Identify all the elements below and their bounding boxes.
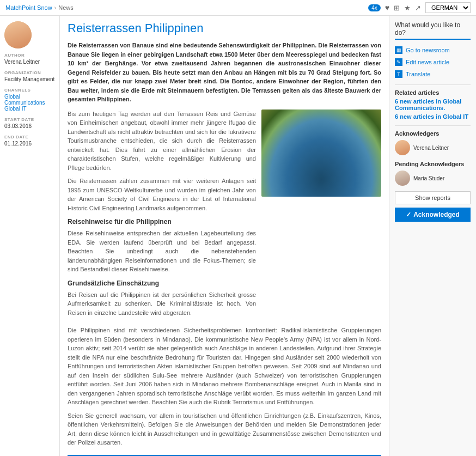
- check-icon: ✓: [406, 211, 411, 218]
- go-to-newsroom-action[interactable]: ▦ Go to newsroom: [395, 44, 471, 56]
- edit-news-action[interactable]: ✎ Edit news article: [395, 56, 471, 68]
- pending-1: Maria Studer: [395, 171, 471, 186]
- acknowledged-label: Acknowledged: [413, 211, 460, 218]
- main-layout: AUTHOR Verena Leitner ORGANIZATION Facil…: [0, 16, 476, 456]
- acknowledgers-title: Acknowledgers: [395, 130, 471, 137]
- star-icon[interactable]: ★: [404, 4, 411, 12]
- content-area: Reisterrassen Philippinen Die Reisterras…: [60, 16, 389, 456]
- article-title: Reisterrassen Philippinen: [68, 21, 381, 35]
- author-label: AUTHOR: [4, 53, 55, 58]
- acknowledger-1-avatar: [395, 140, 410, 155]
- related-count-2: 6 new articles in Global IT: [395, 113, 471, 120]
- org-label: ORGANIZATION: [4, 70, 55, 75]
- breadcrumb: MatchPoint Snow › News: [5, 4, 74, 11]
- breadcrumb-site[interactable]: MatchPoint Snow: [5, 4, 52, 11]
- article-para4: Bei Reisen auf die Philippinen ist der p…: [68, 290, 256, 318]
- acknowledgers-section: Acknowledgers Verena Leitner: [395, 130, 471, 155]
- channels-label: CHANNELS: [4, 88, 55, 93]
- article-lead: Die Reisterrassen von Banaue sind eine b…: [68, 41, 381, 104]
- article-para6: Seien Sie generell wachsam, vor allem in…: [68, 411, 381, 447]
- pending-acknowledgers-section: Pending Acknowledgers Maria Studer: [395, 161, 471, 186]
- translate-label: Translate: [406, 71, 430, 77]
- article-para3: Diese Reisehinweise entsprechen der aktu…: [68, 229, 256, 274]
- related-articles-title: Related articles: [395, 89, 471, 96]
- organization-section: ORGANIZATION Facility Management: [4, 70, 55, 82]
- rating-badge[interactable]: 4x: [368, 4, 381, 11]
- acknowledger-1: Verena Leitner: [395, 140, 471, 155]
- translate-icon: T: [395, 70, 402, 78]
- article-subtitle2: Grundsätzliche Einschätzung: [68, 278, 256, 288]
- translate-action[interactable]: T Translate: [395, 68, 471, 80]
- end-date-value: 01.12.2016: [4, 141, 55, 147]
- edit-icon: ✎: [395, 58, 402, 66]
- related-count-2-label: new articles in Global IT: [400, 113, 468, 120]
- breadcrumb-separator: ›: [54, 4, 57, 11]
- pending-1-avatar: [395, 171, 410, 186]
- end-date-section: END DATE 01.12.2016: [4, 135, 55, 147]
- grid-icon[interactable]: ⊞: [394, 4, 400, 12]
- pending-acknowledgers-title: Pending Acknowledgers: [395, 161, 471, 167]
- pending-1-name: Maria Studer: [413, 175, 444, 181]
- article-image: [261, 110, 381, 197]
- article-image-inner: [261, 110, 381, 197]
- article-subtitle1: Reisehinweise für die Philippinen: [68, 217, 256, 227]
- right-sidebar: What would you like to do? ▦ Go to newsr…: [389, 16, 476, 456]
- article-body-block: Bis zum heutigen Tag werden auf den Terr…: [68, 110, 381, 322]
- start-date-label: START DATE: [4, 117, 55, 122]
- related-count-1-num: 6: [395, 98, 398, 105]
- related-count-1-label: new articles in Global Communications.: [395, 98, 461, 111]
- sidebar-divider-2: [395, 125, 471, 126]
- breadcrumb-current: News: [58, 4, 74, 11]
- channel2-link[interactable]: Global IT: [4, 106, 55, 112]
- related-articles-section: Related articles 6 new articles in Globa…: [395, 89, 471, 120]
- start-date-section: START DATE 03.03.2016: [4, 117, 55, 129]
- show-reports-button[interactable]: Show reports: [395, 191, 471, 204]
- newsroom-icon: ▦: [395, 46, 402, 54]
- channel1-link[interactable]: Global Communications: [4, 94, 55, 106]
- language-select[interactable]: GERMAN ENGLISH: [425, 2, 471, 13]
- article-para2: Die Reisterrassen zählen zusammen mit vi…: [68, 177, 256, 212]
- channels-section: CHANNELS Global Communications Global IT: [4, 88, 55, 112]
- acknowledger-1-name: Verena Leitner: [413, 145, 449, 151]
- article-para5: Die Philippinen sind mit verschiedenen S…: [68, 326, 381, 407]
- left-sidebar: AUTHOR Verena Leitner ORGANIZATION Facil…: [0, 16, 60, 456]
- go-to-newsroom-label: Go to newsroom: [406, 47, 450, 53]
- right-sidebar-title: What would you like to do?: [395, 21, 471, 40]
- avatar-image: [4, 21, 32, 48]
- related-count-1: 6 new articles in Global Communications.: [395, 98, 471, 111]
- heart-icon[interactable]: ♥: [385, 3, 389, 12]
- author-name: Verena Leitner: [4, 59, 55, 65]
- top-bar: MatchPoint Snow › News 4x ♥ ⊞ ★ ↗ GERMAN…: [0, 0, 476, 16]
- org-name: Facility Management: [4, 76, 55, 82]
- edit-news-label: Edit news article: [406, 59, 449, 65]
- article-text-column: Bis zum heutigen Tag werden auf den Terr…: [68, 110, 256, 322]
- share-icon[interactable]: ↗: [415, 4, 421, 12]
- related-count-2-num: 6: [395, 113, 398, 120]
- end-date-label: END DATE: [4, 135, 55, 139]
- sidebar-divider: [395, 84, 471, 85]
- author-section: AUTHOR Verena Leitner: [4, 53, 55, 65]
- acknowledged-button[interactable]: ✓ Acknowledged: [395, 208, 471, 222]
- start-date-value: 03.03.2016: [4, 123, 55, 129]
- article-para1: Bis zum heutigen Tag werden auf den Terr…: [68, 110, 256, 173]
- top-bar-actions: 4x ♥ ⊞ ★ ↗ GERMAN ENGLISH: [368, 2, 471, 13]
- author-avatar: [4, 21, 32, 48]
